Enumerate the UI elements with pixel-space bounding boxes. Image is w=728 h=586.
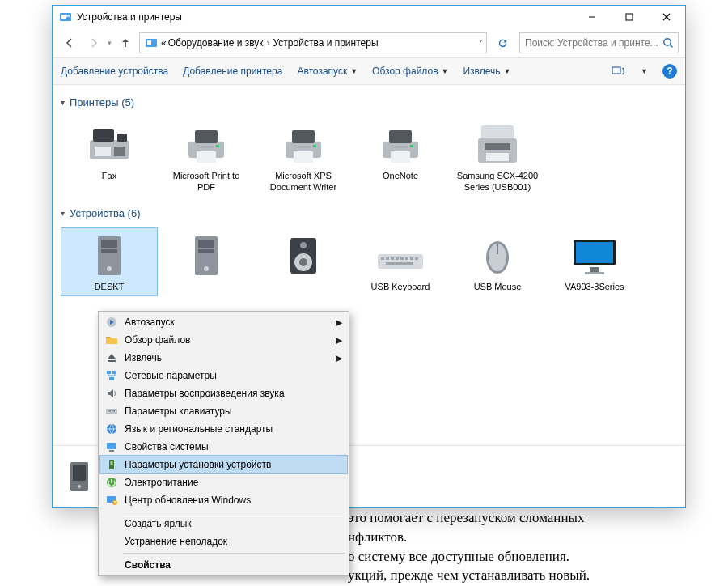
svg-point-39 <box>299 258 307 266</box>
breadcrumb-separator: › <box>265 37 272 49</box>
chevron-down-icon: ▾ <box>61 209 65 218</box>
context-menu-item[interactable]: Извлечь▶ <box>100 349 347 367</box>
breadcrumb-icon <box>145 36 158 49</box>
svg-rect-22 <box>389 130 412 143</box>
breadcrumb[interactable]: « Оборудование и звук › Устройства и при… <box>139 32 487 53</box>
up-button[interactable] <box>115 32 136 53</box>
svg-rect-9 <box>93 129 114 142</box>
context-menu-item[interactable]: Параметры клавиатуры <box>100 402 347 420</box>
device-item[interactable]: USB Mouse <box>449 227 546 297</box>
context-menu-item[interactable]: Обзор файлов▶ <box>100 331 347 349</box>
breadcrumb-dropdown-icon[interactable]: ˅ <box>479 39 483 48</box>
svg-rect-46 <box>400 257 404 260</box>
group-devices[interactable]: ▾ Устройства (6) <box>61 207 677 219</box>
autoplay-icon <box>105 316 118 329</box>
svg-rect-23 <box>391 151 410 163</box>
device-label: Fax <box>102 171 116 182</box>
view-options-dropdown-icon[interactable]: ▼ <box>641 67 648 75</box>
svg-rect-69 <box>112 410 113 412</box>
recent-dropdown-icon[interactable]: ▾ <box>108 39 112 47</box>
context-menu[interactable]: Автозапуск▶Обзор файлов▶Извлечь▶Сетевые … <box>98 311 349 576</box>
autoplay-menu[interactable]: Автозапуск▼ <box>297 66 358 77</box>
svg-rect-73 <box>109 450 114 452</box>
context-menu-label: Извлечь <box>125 352 162 363</box>
context-menu-item[interactable]: Сетевые параметры <box>100 367 347 384</box>
svg-rect-70 <box>114 410 116 412</box>
printer-item[interactable]: Samsung SCX-4200 Series (USB001) <box>449 117 546 197</box>
context-menu-item[interactable]: Параметры воспроизведения звука <box>100 384 347 402</box>
context-menu-item[interactable]: Автозапуск▶ <box>100 313 347 331</box>
group-printers[interactable]: ▾ Принтеры (5) <box>61 96 677 108</box>
printer-icon <box>180 122 232 168</box>
printer-item[interactable]: OneNote <box>352 117 449 197</box>
breadcrumb-item[interactable]: Устройства и принтеры <box>273 37 379 49</box>
device-icon <box>375 233 426 278</box>
background-article-text: это помогает с перезапуском сломанных нф… <box>348 508 590 585</box>
device-item[interactable]: VA903-3Series <box>546 227 643 297</box>
minimize-button[interactable] <box>574 6 611 28</box>
context-menu-item[interactable]: Создать ярлык <box>100 515 347 533</box>
search-box[interactable] <box>519 32 679 53</box>
svg-rect-68 <box>110 410 112 412</box>
context-menu-label: Автозапуск <box>125 316 175 328</box>
command-bar: Добавление устройства Добавление принтер… <box>53 57 685 85</box>
printer-item[interactable]: Microsoft XPS Document Writer <box>255 117 352 197</box>
selected-device-icon <box>61 457 99 496</box>
close-button[interactable] <box>648 6 685 28</box>
context-menu-label: Язык и региональные стандарты <box>125 423 273 435</box>
add-device-button[interactable]: Добавление устройства <box>61 66 168 77</box>
breadcrumb-prefix: « <box>161 37 167 49</box>
device-item[interactable] <box>158 227 255 297</box>
context-menu-label: Свойства системы <box>125 441 209 452</box>
device-install-icon <box>105 458 118 471</box>
browse-files-menu[interactable]: Обзор файлов▼ <box>372 66 448 77</box>
svg-rect-10 <box>117 134 127 142</box>
device-icon <box>277 233 329 278</box>
maximize-button[interactable] <box>611 6 648 28</box>
svg-rect-62 <box>108 360 116 362</box>
svg-rect-5 <box>147 40 151 45</box>
eject-icon <box>105 351 118 364</box>
window-title: Устройства и принтеры <box>77 11 182 23</box>
search-input[interactable] <box>523 36 662 49</box>
view-options-button[interactable] <box>610 63 626 79</box>
context-menu-label: Устранение неполадок <box>125 536 227 547</box>
device-label: Samsung SCX-4200 Series (USB001) <box>455 171 540 193</box>
context-menu-item[interactable]: Параметры установки устройств <box>100 456 347 473</box>
context-menu-item[interactable]: Свойства системы <box>100 438 347 456</box>
back-button[interactable] <box>59 32 80 53</box>
refresh-button[interactable] <box>493 34 511 52</box>
device-item[interactable] <box>255 227 352 297</box>
breadcrumb-item[interactable]: Оборудование и звук <box>168 37 264 49</box>
printer-item[interactable]: Microsoft Print to PDF <box>158 117 255 197</box>
svg-rect-57 <box>585 272 604 274</box>
breadcrumb-path[interactable]: « Оборудование и звук › Устройства и при… <box>161 37 379 49</box>
svg-rect-24 <box>410 145 413 147</box>
forward-button[interactable] <box>83 32 104 53</box>
eject-menu[interactable]: Извлечь▼ <box>463 66 510 77</box>
svg-rect-16 <box>216 145 219 147</box>
add-printer-button[interactable]: Добавление принтера <box>183 66 282 77</box>
help-button[interactable]: ? <box>662 64 677 79</box>
svg-rect-53 <box>497 244 498 254</box>
context-menu-item[interactable]: Свойства <box>100 556 347 574</box>
context-menu-label: Центр обновления Windows <box>125 495 251 506</box>
context-menu-item[interactable]: Язык и региональные стандарты <box>100 420 347 438</box>
context-menu-label: Создать ярлык <box>125 518 192 529</box>
svg-rect-75 <box>111 461 113 465</box>
printer-icon <box>83 122 135 168</box>
search-icon[interactable] <box>662 36 675 49</box>
context-menu-item[interactable]: Центр обновления Windows <box>100 491 347 509</box>
device-item[interactable]: USB Keyboard <box>352 227 449 297</box>
context-menu-item[interactable]: Электропитание <box>100 473 347 491</box>
context-menu-label: Параметры воспроизведения звука <box>125 388 285 399</box>
svg-rect-19 <box>294 151 313 163</box>
svg-rect-65 <box>109 377 114 380</box>
context-menu-item[interactable]: Устранение неполадок <box>100 533 347 550</box>
svg-rect-72 <box>107 443 116 449</box>
printer-item[interactable]: Fax <box>61 117 158 197</box>
context-menu-label: Обзор файлов <box>125 334 190 346</box>
device-item[interactable]: DESKT <box>61 227 158 297</box>
svg-point-6 <box>664 39 671 45</box>
printer-icon <box>277 122 329 168</box>
